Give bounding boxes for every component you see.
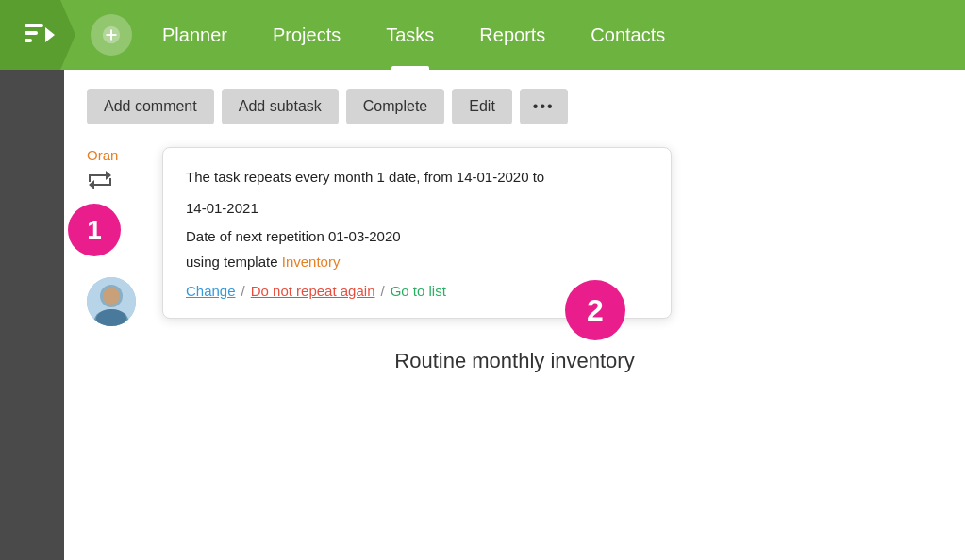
popup-template-link[interactable]: Inventory xyxy=(282,254,341,270)
popup-template: using template Inventory xyxy=(186,254,648,270)
svg-rect-0 xyxy=(25,24,43,27)
separator-2: / xyxy=(380,283,384,299)
sidebar xyxy=(0,70,64,560)
popup-line1: The task repeats every month 1 date, fro… xyxy=(186,167,648,189)
svg-rect-6 xyxy=(107,34,117,36)
go-to-list-link[interactable]: Go to list xyxy=(391,283,446,299)
content-area: 1 Oran In The task repeats every month 1… xyxy=(87,147,942,221)
separator-1: / xyxy=(241,283,245,299)
nav-planner[interactable]: Planner xyxy=(140,0,250,70)
step-badge-2: 2 xyxy=(565,280,625,340)
add-button[interactable] xyxy=(91,14,132,56)
main-content: Add comment Add subtask Complete Edit ••… xyxy=(64,70,965,560)
toolbar: Add comment Add subtask Complete Edit ••… xyxy=(87,89,942,124)
nav-menu: Planner Projects Tasks Reports Contacts xyxy=(140,0,688,70)
popup-template-prefix: using template xyxy=(186,254,282,270)
task-title: Routine monthly inventory xyxy=(87,349,942,373)
no-repeat-link[interactable]: Do not repeat again xyxy=(251,283,375,299)
plus-icon xyxy=(101,25,122,45)
edit-button[interactable]: Edit xyxy=(452,89,512,124)
nav-contacts[interactable]: Contacts xyxy=(568,0,688,70)
svg-rect-2 xyxy=(25,39,32,42)
change-link[interactable]: Change xyxy=(186,283,236,299)
add-subtask-button[interactable]: Add subtask xyxy=(222,89,339,124)
navbar: Planner Projects Tasks Reports Contacts xyxy=(0,0,965,70)
popup: The task repeats every month 1 date, fro… xyxy=(162,147,672,319)
step-badge-1: 1 xyxy=(68,204,121,256)
nav-tasks[interactable]: Tasks xyxy=(363,0,457,70)
logo-icon xyxy=(21,18,55,52)
svg-point-10 xyxy=(103,288,120,305)
popup-next-repetition: Date of next repetition 01-03-2020 xyxy=(186,228,648,244)
avatar xyxy=(87,277,136,326)
nav-projects[interactable]: Projects xyxy=(250,0,363,70)
logo[interactable] xyxy=(0,0,75,70)
svg-marker-3 xyxy=(45,27,55,42)
nav-reports[interactable]: Reports xyxy=(457,0,568,70)
more-button[interactable]: ••• xyxy=(520,89,568,124)
popup-line2: 14-01-2021 xyxy=(186,198,648,220)
svg-rect-1 xyxy=(25,31,38,35)
add-comment-button[interactable]: Add comment xyxy=(87,89,214,124)
complete-button[interactable]: Complete xyxy=(346,89,444,124)
